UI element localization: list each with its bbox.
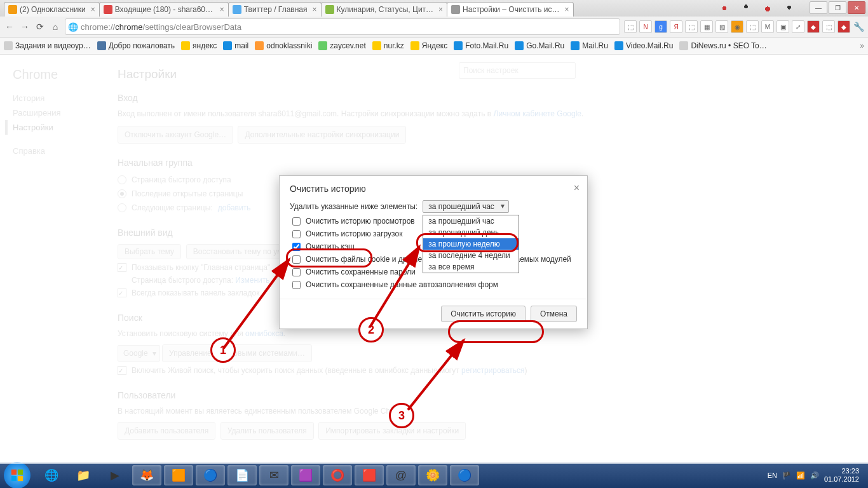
extension-icon[interactable]: ⬚: [822, 20, 835, 33]
taskbar-explorer[interactable]: 📁: [69, 465, 98, 485]
delete-range-label: Удалить указанные ниже элементы:: [290, 202, 417, 211]
select-option[interactable]: за последние 4 недели: [423, 250, 519, 261]
bookmark-item[interactable]: Go.Mail.Ru: [515, 41, 564, 50]
wrench-icon[interactable]: 🔧: [853, 21, 864, 32]
taskbar-app[interactable]: 🟧: [164, 465, 193, 485]
extension-icon[interactable]: ◆: [837, 20, 850, 33]
omnibox[interactable]: 🌐 chrome://chrome/settings/clearBrowserD…: [65, 18, 620, 35]
checkbox-icon[interactable]: [292, 268, 301, 276]
tab-odnoklassniki[interactable]: (2) Одноклассники×: [4, 2, 100, 17]
forward-button[interactable]: →: [19, 21, 31, 32]
extension-icon[interactable]: ⬚: [746, 20, 759, 33]
tab-gmail[interactable]: Входящие (180) - shara601…×: [99, 2, 229, 17]
extension-icon[interactable]: Я: [670, 20, 682, 33]
close-icon[interactable]: ×: [565, 5, 569, 14]
cancel-button[interactable]: Отмена: [531, 306, 577, 322]
close-icon[interactable]: ×: [91, 5, 95, 14]
select-option[interactable]: за прошедший час: [423, 215, 519, 227]
extension-icon[interactable]: ⬚: [685, 20, 698, 33]
close-window-button[interactable]: ✕: [848, 1, 865, 14]
clear-autofill-checkbox[interactable]: Очистить сохраненные данные автозаполнен…: [290, 278, 577, 291]
minimize-button[interactable]: —: [810, 1, 827, 14]
tab-twitter[interactable]: Твиттер / Главная×: [228, 2, 322, 17]
bookmark-item[interactable]: яндекс: [181, 41, 217, 50]
tray-flag-icon[interactable]: 🏴: [782, 471, 791, 480]
checkbox-icon[interactable]: [292, 217, 301, 226]
extension-icon[interactable]: ◆: [807, 20, 820, 33]
toolbar-extensions: ⬚ N g Я ⬚ ▦ ▧ ◉ ⬚ M ▣ ⤢ ◆ ⬚ ◆ 🔧: [624, 20, 864, 33]
select-dropdown: за прошедший час за прошедший день за пр…: [423, 215, 519, 273]
bookmark-item[interactable]: Mail.Ru: [571, 41, 608, 50]
dialog-close-button[interactable]: ×: [574, 182, 580, 194]
extension-icon[interactable]: g: [654, 20, 667, 33]
taskbar-skype[interactable]: 🔵: [450, 465, 479, 485]
svg-rect-3: [11, 470, 17, 475]
select-option[interactable]: за прошлую неделю: [423, 238, 519, 250]
favicon: [451, 5, 460, 14]
extension-icon[interactable]: ▧: [715, 20, 728, 33]
bookmark-item[interactable]: zaycev.net: [318, 41, 365, 50]
bookmark-item[interactable]: Добро пожаловать: [97, 41, 175, 50]
bookmarks-overflow[interactable]: »: [860, 41, 864, 50]
reload-button[interactable]: ⟳: [34, 21, 46, 32]
favicon: [104, 5, 112, 14]
close-icon[interactable]: ×: [438, 5, 443, 14]
clear-history-button[interactable]: Очистить историю: [441, 306, 526, 322]
taskbar-firefox[interactable]: 🦊: [132, 465, 161, 485]
extension-icon[interactable]: ◉: [731, 20, 743, 33]
bookmark-item[interactable]: DiNews.ru • SEO To…: [679, 41, 766, 50]
extension-icon[interactable]: M: [761, 20, 774, 33]
bookmark-label: Go.Mail.Ru: [526, 41, 564, 50]
taskbar-yandex[interactable]: 🟥: [355, 465, 384, 485]
bookmark-label: odnoklassniki: [266, 41, 312, 50]
home-button[interactable]: ⌂: [50, 21, 61, 32]
extension-icon[interactable]: ⬚: [624, 20, 637, 33]
close-icon[interactable]: ×: [220, 5, 224, 14]
select-option[interactable]: за прошедший день: [423, 227, 519, 238]
checkbox-icon[interactable]: [292, 281, 301, 289]
tray-clock[interactable]: 23:23 01.07.2012: [824, 467, 859, 484]
bookmark-item[interactable]: Яндекс: [410, 41, 447, 50]
close-icon[interactable]: ×: [313, 5, 317, 14]
extension-icon[interactable]: N: [639, 20, 652, 33]
globe-icon: 🌐: [68, 22, 78, 32]
start-button[interactable]: [4, 462, 31, 488]
bookmark-item[interactable]: Задания и видеоур…: [4, 41, 91, 50]
back-button[interactable]: ←: [4, 21, 15, 32]
taskbar-app[interactable]: ✉: [259, 465, 288, 485]
bookmark-label: zaycev.net: [330, 41, 365, 50]
select-option[interactable]: за все время: [423, 261, 519, 273]
taskbar-media[interactable]: ▶: [100, 465, 130, 485]
bookmark-icon: [372, 41, 381, 50]
taskbar-icq[interactable]: 🌼: [418, 465, 447, 485]
extension-icon[interactable]: ▦: [700, 20, 713, 33]
taskbar-mail[interactable]: @: [386, 465, 416, 485]
bookmark-item[interactable]: Foto.Mail.Ru: [454, 41, 508, 50]
tab-label: Твиттер / Главная: [244, 5, 308, 14]
checkbox-icon[interactable]: [292, 243, 301, 251]
tab-settings[interactable]: Настройки – Очистить ис…×: [447, 2, 573, 17]
bookmark-icon: [223, 41, 232, 50]
tray-volume-icon[interactable]: 🔊: [810, 471, 819, 480]
tray-lang[interactable]: EN: [768, 471, 777, 479]
bookmark-item[interactable]: nur.kz: [372, 41, 404, 50]
tab-cooking[interactable]: Кулинария, Статусы, Цит…×: [321, 2, 448, 17]
tray-network-icon[interactable]: 📶: [796, 471, 805, 480]
time-range-select[interactable]: за прошедший час за прошедший час за про…: [423, 201, 509, 211]
tab-label: Кулинария, Статусы, Цит…: [337, 5, 434, 14]
extension-icon[interactable]: ⤢: [792, 20, 804, 33]
checkbox-icon[interactable]: [292, 255, 301, 264]
extension-icon[interactable]: ▣: [776, 20, 789, 33]
taskbar-ie[interactable]: 🌐: [37, 465, 66, 485]
bookmark-item[interactable]: odnoklassniki: [255, 41, 312, 50]
taskbar-chrome[interactable]: ⭕: [323, 465, 352, 485]
taskbar-app[interactable]: 🟪: [291, 465, 320, 485]
bookmark-item[interactable]: Video.Mail.Ru: [614, 41, 673, 50]
bookmark-item[interactable]: mail: [223, 41, 248, 50]
maximize-button[interactable]: ❐: [829, 1, 846, 14]
taskbar-app[interactable]: 📄: [227, 465, 257, 485]
clock-date: 01.07.2012: [824, 475, 859, 484]
windows-taskbar: 🌐 📁 ▶ 🦊 🟧 🔵 📄 ✉ 🟪 ⭕ 🟥 @ 🌼 🔵 EN 🏴 📶 🔊 23:…: [0, 463, 868, 488]
taskbar-app[interactable]: 🔵: [196, 465, 225, 485]
checkbox-icon[interactable]: [292, 230, 301, 238]
